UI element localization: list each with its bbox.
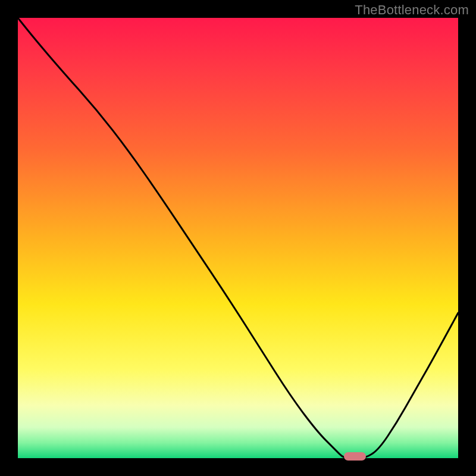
watermark-text: TheBottleneck.com — [355, 2, 469, 18]
plot-area — [18, 18, 458, 458]
optimal-marker — [344, 452, 366, 461]
gradient-rect — [18, 18, 458, 458]
chart-svg — [18, 18, 458, 458]
chart-frame: TheBottleneck.com — [0, 0, 476, 476]
